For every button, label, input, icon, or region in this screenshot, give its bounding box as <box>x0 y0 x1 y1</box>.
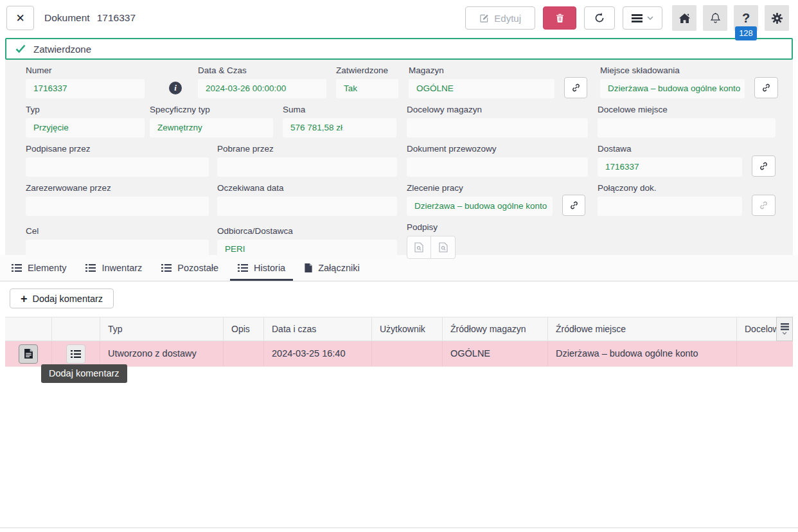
chevron-down-icon <box>647 16 653 20</box>
field-label: Pobrane przez <box>217 143 397 154</box>
column-settings-button[interactable] <box>776 317 793 341</box>
status-banner-label: Zatwierdzone <box>33 44 91 55</box>
tab-inwentarz[interactable]: Inwentarz <box>78 255 150 281</box>
row-cell-data-i-czas: 2024-03-25 16:40 <box>263 341 371 366</box>
bell-icon <box>710 12 721 24</box>
row-cell-doc-action <box>5 341 51 366</box>
help-button[interactable]: ? 128 <box>734 5 758 31</box>
polaczony-dok-value <box>598 197 742 216</box>
file-search-icon <box>414 242 423 253</box>
list-icon <box>161 263 172 272</box>
delete-button[interactable] <box>543 6 576 30</box>
link-icon <box>569 200 579 210</box>
dostawa-value: 1716337 <box>598 157 742 177</box>
close-button[interactable]: ✕ <box>6 6 34 30</box>
status-banner: Zatwierdzone <box>5 38 793 60</box>
field-typ: Typ Przyjęcie <box>26 104 145 137</box>
field-label: Zatwierdzone <box>336 65 398 76</box>
link-icon <box>759 161 768 171</box>
info-icon[interactable]: i <box>169 82 182 94</box>
check-icon <box>15 44 26 53</box>
signature-preview-button-2[interactable] <box>431 236 456 259</box>
list-icon <box>12 263 22 272</box>
field-podpisy: Podpisy <box>407 222 456 259</box>
row-details-button[interactable] <box>66 344 85 364</box>
tab-historia[interactable]: Historia <box>230 255 293 281</box>
top-bar-actions: Edytuj <box>465 5 789 31</box>
zlecenie-pracy-link-button[interactable] <box>562 195 585 216</box>
settings-button[interactable] <box>765 5 789 31</box>
actions-menu-button[interactable] <box>623 6 662 30</box>
field-podpisane-przez: Podpisane przez <box>26 143 209 177</box>
header-cell-typ[interactable]: Typ <box>100 317 223 341</box>
row-cell-zrodlowe-miejsce: Dzierżawa – budowa ogólne konto <box>547 341 736 366</box>
header-cell-data-i-czas[interactable]: Data i czas <box>263 317 371 341</box>
zlecenie-pracy-value: Dzierżawa – budowa ogólne konto <box>407 197 553 216</box>
add-comment-button[interactable]: + Dodaj komentarz <box>10 288 114 308</box>
field-odbiorca-dostawca: Odbiorca/Dostawca PERI <box>217 226 397 259</box>
row-cell-typ: Utworzono z dostawy <box>100 341 223 366</box>
list-icon <box>238 263 248 272</box>
field-label: Miejsce składowania <box>600 65 745 76</box>
file-text-icon <box>24 349 33 359</box>
edit-button[interactable]: Edytuj <box>465 6 535 30</box>
home-icon <box>678 13 691 24</box>
link-icon <box>571 83 581 93</box>
docelowy-magazyn-value <box>407 118 588 137</box>
tab-label: Inwentarz <box>102 263 142 273</box>
magazyn-link-button[interactable] <box>564 77 587 98</box>
suma-value: 576 781,58 zł <box>283 118 396 137</box>
refresh-button[interactable] <box>584 6 615 30</box>
history-table: Typ Opis Data i czas Użytkownik Źródłowy… <box>5 317 793 367</box>
list-icon <box>71 350 81 359</box>
pobrane-przez-value <box>217 157 397 177</box>
field-oczekiwana-data: Oczekiwana data <box>217 182 397 216</box>
oczekiwana-data-value <box>217 197 397 216</box>
field-label: Dostawa <box>598 143 742 154</box>
field-cel: Cel <box>26 226 209 259</box>
field-label: Dokument przewozowy <box>407 143 588 154</box>
tab-zalaczniki[interactable]: Załączniki <box>297 255 367 281</box>
field-label: Podpisy <box>407 222 456 233</box>
row-document-button[interactable] <box>19 344 38 364</box>
header-cell-zrodlowy-magazyn[interactable]: Źródłowy magazyn <box>442 317 547 341</box>
zarezerwowane-przez-value <box>26 197 209 216</box>
field-numer: Numer 1716337 <box>26 65 145 98</box>
file-icon <box>305 263 312 272</box>
field-label: Cel <box>26 226 209 236</box>
header-cell-opis[interactable]: Opis <box>223 317 263 341</box>
tab-label: Pozostałe <box>177 263 218 273</box>
row-cell-uzytkownik <box>371 341 442 366</box>
pencil-icon <box>479 13 489 23</box>
row-cell-opis <box>223 341 263 366</box>
docelowe-miejsce-value <box>598 118 776 137</box>
header-cell-uzytkownik[interactable]: Użytkownik <box>371 317 442 341</box>
top-bar: ✕ Dokument1716337 Edytuj <box>0 0 798 36</box>
trash-icon <box>556 13 564 23</box>
field-dokument-przewozowy: Dokument przewozowy <box>407 143 588 177</box>
field-label: Numer <box>26 65 145 76</box>
field-label: Odbiorca/Dostawca <box>217 226 397 236</box>
help-icon: ? <box>742 11 750 26</box>
link-icon <box>759 200 768 210</box>
field-zarezerwowane-przez: Zarezerwowane przez <box>26 182 209 216</box>
column-settings-bars-icon <box>781 323 789 330</box>
header-cell-zrodlowe-miejsce[interactable]: Źródłowe miejsce <box>547 317 736 341</box>
history-tab-content: + Dodaj komentarz Typ Opis Data i czas U… <box>0 281 798 367</box>
dostawa-link-button[interactable] <box>752 155 776 177</box>
table-row[interactable]: Utworzono z dostawy 2024-03-25 16:40 OGÓ… <box>5 341 793 367</box>
add-comment-label: Dodaj komentarz <box>33 294 103 304</box>
field-specyficzny-typ: Specyficzny typ Zewnętrzny <box>150 104 273 137</box>
data-czas-value: 2024-03-26 00:00:00 <box>198 79 326 98</box>
menu-bars-icon <box>632 14 643 22</box>
miejsce-skladowania-link-button[interactable] <box>754 77 778 98</box>
home-button[interactable] <box>672 5 696 31</box>
tab-pozostale[interactable]: Pozostałe <box>154 255 226 281</box>
notifications-button[interactable] <box>703 5 727 31</box>
signature-preview-button-1[interactable] <box>407 236 431 259</box>
field-label: Docelowe miejsce <box>598 104 776 115</box>
field-pobrane-przez: Pobrane przez <box>217 143 397 177</box>
row-cell-list-action <box>51 341 100 366</box>
typ-value: Przyjęcie <box>26 118 145 137</box>
tab-elementy[interactable]: Elementy <box>4 255 74 281</box>
